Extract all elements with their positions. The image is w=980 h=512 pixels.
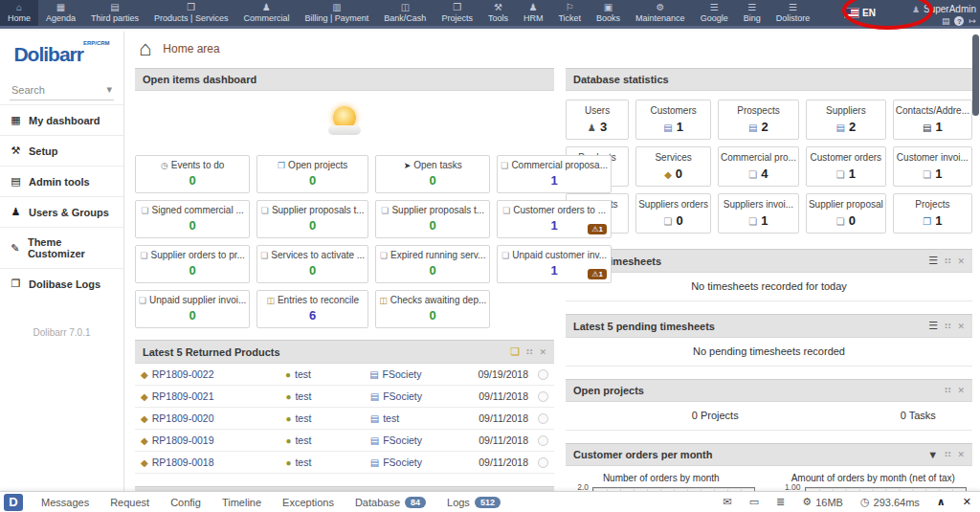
vertical-scrollbar[interactable] [972,34,979,116]
dbstat-contacts[interactable]: Contacts/Addre...▤1 [893,100,972,140]
menu-item-tools[interactable]: ⚒Tools [480,0,516,26]
debugbar-tab-timeline[interactable]: Timeline [212,497,272,508]
dbstat-prospects[interactable]: Prospects▤2 [718,100,799,140]
box-open-tasks[interactable]: ➤Open tasks0 [375,155,490,193]
menu-item-ticket[interactable]: ⚐Ticket [550,0,589,26]
status-circle[interactable] [538,413,548,424]
dbstat-projects[interactable]: Projects❐1 [893,193,972,234]
product-link[interactable]: ●test [285,456,369,468]
move-grid-icon[interactable]: ∷ [945,450,950,459]
shipment-ref-link[interactable]: ◆RP1809-0020 [141,412,285,424]
list-icon[interactable]: ☰ [928,255,938,267]
logout-icon[interactable]: ↦ [969,16,976,26]
close-icon[interactable]: ✕ [539,347,546,357]
debugbar-tab-database[interactable]: Database84 [345,497,436,508]
menu-item-google[interactable]: ☰Google [693,0,736,26]
menu-item-dolistore[interactable]: ☰Dolistore [768,0,818,26]
dbstat-customer-orders[interactable]: Customer orders❏1 [806,146,886,187]
collapse-icon[interactable]: ∧ [928,496,954,508]
move-grid-icon[interactable]: ∷ [945,322,950,331]
menu-item-agenda[interactable]: ▦Agenda [38,0,83,26]
dbstat-suppliers[interactable]: Suppliers▤2 [806,100,886,140]
move-grid-icon[interactable]: ∷ [526,347,532,357]
shipment-ref-link[interactable]: ◆RP1809-0018 [141,456,285,468]
dbstat-suppliers-invoices[interactable]: Suppliers invoi...❏1 [718,193,799,234]
menu-item-projects[interactable]: ❐Projects [434,0,480,26]
box-customer-orders-to-process[interactable]: ❏Customer orders to ...1⚠1 [497,200,612,238]
box-entries-to-reconcile[interactable]: ◫Entries to reconcile6 [256,290,368,328]
status-circle[interactable] [538,369,548,380]
company-link[interactable]: ▤FSociety [370,434,479,446]
language-selector[interactable]: EN [845,2,912,18]
sidebar-item-my-dashboard[interactable]: ▦My dashboard [0,104,123,135]
menu-item-products-services[interactable]: ❒Products | Services [146,0,235,26]
product-link[interactable]: ●test [285,390,369,402]
debugbar-tab-exceptions[interactable]: Exceptions [272,497,345,508]
menu-item-bank-cash[interactable]: ◫Bank/Cash [376,0,434,26]
list-icon[interactable]: ☰ [928,320,938,332]
debugbar-tab-config[interactable]: Config [160,497,212,508]
box-open-projects[interactable]: ❐Open projects0 [256,155,368,193]
menu-item-home[interactable]: ⌂Home [0,0,38,26]
box-checks-awaiting-deposit[interactable]: ◫Checks awaiting dep...0 [375,290,490,328]
close-icon[interactable]: ✕ [957,322,965,331]
status-circle[interactable] [538,391,548,402]
box-expired-running-services[interactable]: ❏Expired running serv...0 [375,245,490,283]
move-grid-icon[interactable]: ∷ [945,386,950,395]
stack-icon[interactable]: ≣ [768,496,793,508]
status-circle[interactable] [538,435,548,446]
menu-item-books[interactable]: ▣Books [589,0,628,26]
debugbar-logo[interactable]: D [4,494,23,511]
debugbar-tab-logs[interactable]: Logs512 [436,497,511,508]
menu-item-third-parties[interactable]: ▤Third parties [83,0,146,26]
sidebar-item-dolibase-logs[interactable]: ❐Dolibase Logs [0,268,123,299]
product-link[interactable]: ●test [285,434,369,446]
sidebar-item-setup[interactable]: ⚒Setup [0,135,123,166]
box-unpaid-supplier-invoices[interactable]: ❏Unpaid supplier invoi...0 [135,290,250,328]
debugbar-tab-messages[interactable]: Messages [31,497,100,508]
company-link[interactable]: ▤FSociety [369,368,478,380]
box-commercial-proposals[interactable]: ❏Commercial proposa...1 [497,155,612,193]
product-link[interactable]: ●test [285,368,369,380]
sidebar-item-users-groups[interactable]: ♟Users & Groups [0,196,123,227]
shipment-ref-link[interactable]: ◆RP1809-0021 [141,390,285,402]
close-icon[interactable]: ✕ [957,386,965,395]
user-menu[interactable]: ♟ SuperAdmin [912,4,976,14]
dbstat-supplier-proposal[interactable]: Supplier proposal❏0 [806,193,886,234]
menu-item-maintenance[interactable]: ⚙Maintenance [628,0,693,26]
menu-item-bing[interactable]: ☰Bing [736,0,768,26]
product-link[interactable]: ●test [285,412,369,424]
mail-icon[interactable]: ✉ [714,496,740,508]
box-services-to-activate[interactable]: ❏Services to activate ...0 [256,245,368,283]
debugbar-tab-request[interactable]: Request [100,497,160,508]
move-grid-icon[interactable]: ∷ [945,256,950,266]
dbstat-suppliers-orders[interactable]: Suppliers orders❏0 [635,193,711,234]
filter-icon[interactable]: ▼ [927,449,938,460]
menu-item-hrm[interactable]: ♟HRM [516,0,551,26]
box-events-to-do[interactable]: ◷Events to do0 [135,155,250,193]
company-link[interactable]: ▤test [370,412,479,424]
help-icon[interactable]: ? [954,16,964,26]
monitor-icon[interactable]: ▭ [741,496,768,508]
dbstat-customer-invoices[interactable]: Customer invoi...❏1 [893,146,972,187]
close-icon[interactable]: ✕ [957,450,965,459]
company-link[interactable]: ▤FSociety [370,390,479,402]
sidebar-item-admin-tools[interactable]: ▤Admin tools [0,166,123,196]
box-signed-commercial[interactable]: ❏Signed commercial ...0 [135,200,250,238]
box-supplier-orders-to-process[interactable]: ❏Supplier orders to pr...0 [135,245,250,283]
dbstat-commercial-proposals[interactable]: Commercial pro...❏4 [718,146,799,187]
status-circle[interactable] [538,457,548,468]
shipment-ref-link[interactable]: ◆RP1809-0019 [141,434,285,446]
company-link[interactable]: ▤FSociety [370,456,479,468]
box-supplier-proposals-1[interactable]: ❏Supplier proposals t...0 [256,200,368,238]
box-supplier-proposals-2[interactable]: ❏Supplier proposals t...0 [375,200,490,238]
print-icon[interactable]: ▤ [942,16,950,26]
menu-item-commercial[interactable]: ♟Commercial [235,0,297,26]
dbstat-users[interactable]: Users♟3 [566,100,629,140]
search-input[interactable]: Search ▾ [10,81,114,100]
menu-item-billing-payment[interactable]: ▥Billing | Payment [297,0,376,26]
close-icon[interactable]: ✕ [954,496,980,508]
dbstat-customers[interactable]: Customers▤1 [635,100,711,140]
export-file-icon[interactable]: ❏ [510,345,520,358]
shipment-ref-link[interactable]: ◆RP1809-0022 [141,368,285,380]
